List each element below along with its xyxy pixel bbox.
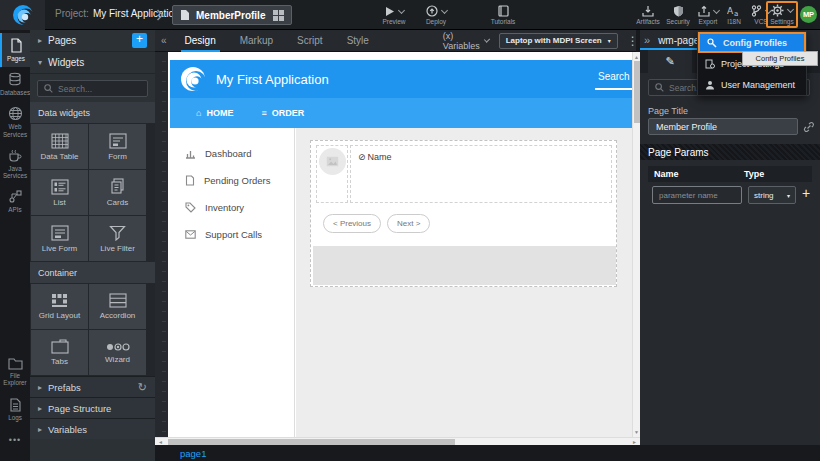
variables-caret-icon bbox=[484, 36, 490, 42]
properties-tab-edit[interactable]: ✎ bbox=[648, 50, 692, 73]
widget-tile-list[interactable]: List bbox=[31, 170, 88, 215]
list-widget-container[interactable]: ⊘ Name < Previous Next > bbox=[310, 140, 617, 287]
side-nav-dashboard[interactable]: Dashboard bbox=[168, 140, 294, 167]
settings-button[interactable]: Settings bbox=[766, 1, 798, 28]
user-avatar[interactable]: MP bbox=[800, 6, 817, 23]
tab-script[interactable]: Script bbox=[285, 30, 335, 52]
widgets-section-label: Widgets bbox=[48, 57, 84, 68]
variables-dropdown[interactable]: (x) Variables bbox=[443, 31, 489, 51]
rail-item-databases[interactable]: Databases bbox=[0, 67, 30, 101]
canvas-horizontal-scrollbar[interactable]: ◄ ► bbox=[155, 437, 640, 445]
rail-item-java-services[interactable]: Java Services bbox=[0, 143, 30, 184]
page-structure-label: Page Structure bbox=[48, 403, 111, 414]
nav-item-order[interactable]: ≡ ORDER bbox=[261, 108, 304, 118]
deploy-caret-icon[interactable] bbox=[440, 6, 447, 13]
device-selector[interactable]: Laptop with MDPI Screen ▾ bbox=[499, 33, 618, 49]
image-cell[interactable] bbox=[316, 145, 348, 203]
grid-icon[interactable] bbox=[273, 10, 284, 21]
widget-search-input[interactable]: Search... bbox=[37, 80, 148, 97]
wavemaker-logo[interactable] bbox=[0, 0, 45, 30]
page-content-area[interactable]: ⊘ Name < Previous Next > bbox=[296, 128, 632, 437]
tab-style[interactable]: Style bbox=[335, 30, 381, 52]
preview-button[interactable]: Preview bbox=[374, 0, 414, 30]
refresh-icon[interactable]: ↻ bbox=[138, 381, 147, 394]
globe-icon bbox=[8, 106, 23, 121]
deploy-button[interactable]: Deploy bbox=[416, 0, 456, 30]
play-icon bbox=[384, 6, 395, 17]
settings-caret-icon[interactable] bbox=[787, 6, 794, 13]
next-button[interactable]: Next > bbox=[387, 214, 430, 233]
widget-tile-tabs[interactable]: Tabs bbox=[31, 330, 88, 375]
container-widgets-grid: Grid Layout Accordion Tabs bbox=[30, 283, 155, 376]
page-title-input[interactable]: Member Profile bbox=[648, 118, 798, 135]
form-icon bbox=[109, 133, 127, 149]
prefabs-label: Prefabs bbox=[48, 382, 81, 393]
no-image-icon: ⊘ bbox=[358, 152, 366, 162]
chart-icon bbox=[185, 148, 196, 159]
widget-tile-wizard[interactable]: Wizard bbox=[89, 330, 146, 375]
add-page-button[interactable]: + bbox=[132, 33, 147, 48]
section-variables[interactable]: ▸ Variables bbox=[30, 418, 155, 439]
collapse-right-panel-button[interactable]: » bbox=[644, 34, 650, 46]
cards-icon bbox=[110, 178, 126, 195]
bottom-bar: page1 bbox=[155, 445, 820, 461]
canvas-vertical-scrollbar[interactable]: ▲ ▼ bbox=[632, 52, 640, 437]
rail-item-pages[interactable]: Pages bbox=[0, 33, 30, 67]
config-profiles-tooltip: Config Profiles bbox=[742, 51, 818, 66]
param-name-input[interactable]: parameter name bbox=[652, 186, 742, 204]
tab-markup[interactable]: Markup bbox=[228, 30, 285, 52]
widget-tile-live-filter[interactable]: Live Filter bbox=[89, 216, 146, 261]
side-nav-support-calls[interactable]: Support Calls bbox=[168, 221, 294, 248]
file-icon bbox=[180, 9, 190, 21]
rail-item-logs[interactable]: Logs bbox=[0, 393, 30, 426]
pages-section-header[interactable]: ▸ Pages + bbox=[30, 30, 155, 52]
selected-element-name: wm-page: bbox=[658, 35, 702, 46]
widget-tile-grid-layout[interactable]: Grid Layout bbox=[31, 284, 88, 329]
widget-tile-data-table[interactable]: Data Table bbox=[31, 124, 88, 169]
collapse-left-panel-button[interactable]: « bbox=[155, 35, 173, 46]
left-rail: Pages Databases Web Services Java Servic… bbox=[0, 30, 30, 461]
widget-tile-cards[interactable]: Cards bbox=[89, 170, 146, 215]
add-param-button[interactable]: + bbox=[802, 185, 810, 201]
empty-footer-block[interactable] bbox=[313, 246, 616, 285]
tutorials-button[interactable]: Tutorials bbox=[482, 0, 524, 30]
caret-right-icon: ▸ bbox=[38, 404, 42, 413]
rail-item-web-services[interactable]: Web Services bbox=[0, 101, 30, 142]
group-header-container: Container bbox=[30, 262, 155, 283]
open-page-tab[interactable]: MemberProfile bbox=[172, 5, 292, 25]
data-widgets-grid: Data Table Form List bbox=[30, 123, 155, 262]
section-page-structure[interactable]: ▸ Page Structure bbox=[30, 397, 155, 418]
bottom-page-tab[interactable]: page1 bbox=[180, 448, 206, 459]
tab-design[interactable]: Design bbox=[173, 30, 228, 52]
widget-tile-form[interactable]: Form bbox=[89, 124, 146, 169]
app-logo-icon bbox=[180, 66, 206, 92]
param-type-select[interactable]: string ▾ bbox=[748, 186, 796, 204]
bind-link-icon[interactable] bbox=[803, 121, 815, 133]
export-icon bbox=[698, 5, 710, 17]
canvas-ruler bbox=[155, 52, 168, 437]
gear-icon bbox=[771, 4, 784, 17]
side-nav-inventory[interactable]: Inventory bbox=[168, 194, 294, 221]
live-filter-icon bbox=[109, 225, 126, 241]
widget-tile-accordion[interactable]: Accordion bbox=[89, 284, 146, 329]
menu-item-user-management[interactable]: User Management bbox=[698, 74, 806, 95]
section-prefabs[interactable]: ▸ Prefabs ↻ bbox=[30, 376, 155, 397]
app-search-link[interactable]: Search bbox=[598, 71, 632, 82]
design-canvas[interactable]: My First Application Search ⌂ HOME ≡ ORD… bbox=[168, 52, 632, 437]
nav-item-home[interactable]: ⌂ HOME bbox=[196, 108, 233, 118]
wizard-icon bbox=[106, 342, 130, 352]
name-cell[interactable]: ⊘ Name bbox=[350, 145, 612, 203]
widget-tile-live-form[interactable]: Live Form bbox=[31, 216, 88, 261]
rail-item-file-explorer[interactable]: File Explorer bbox=[0, 352, 30, 391]
previous-button[interactable]: < Previous bbox=[323, 214, 381, 233]
preview-caret-icon[interactable] bbox=[398, 6, 405, 13]
rail-more-button[interactable]: ••• bbox=[0, 435, 30, 445]
side-nav-pending-orders[interactable]: Pending Orders bbox=[168, 167, 294, 194]
rail-item-apis[interactable]: APIs bbox=[0, 184, 30, 218]
scroll-down-icon[interactable]: ▼ bbox=[634, 429, 639, 435]
widgets-section-header[interactable]: ▾ Widgets bbox=[30, 52, 155, 74]
pencil-icon: ✎ bbox=[665, 55, 674, 68]
menu-item-config-profiles[interactable]: Config Profiles bbox=[698, 32, 806, 53]
col-type: Type bbox=[744, 169, 764, 179]
scroll-up-icon[interactable]: ▲ bbox=[634, 54, 639, 60]
